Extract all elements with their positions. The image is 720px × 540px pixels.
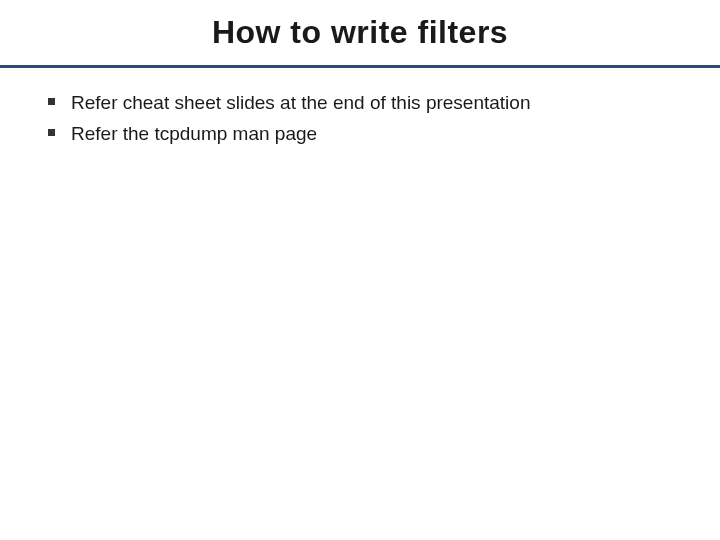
bullet-text: Refer cheat sheet slides at the end of t… — [71, 90, 530, 117]
bullet-icon — [48, 98, 55, 105]
list-item: Refer the tcpdump man page — [48, 121, 672, 148]
bullet-icon — [48, 129, 55, 136]
slide-content: Refer cheat sheet slides at the end of t… — [0, 68, 720, 173]
slide-container: How to write filters Refer cheat sheet s… — [0, 0, 720, 540]
slide-title: How to write filters — [0, 0, 720, 61]
bullet-text: Refer the tcpdump man page — [71, 121, 317, 148]
list-item: Refer cheat sheet slides at the end of t… — [48, 90, 672, 117]
